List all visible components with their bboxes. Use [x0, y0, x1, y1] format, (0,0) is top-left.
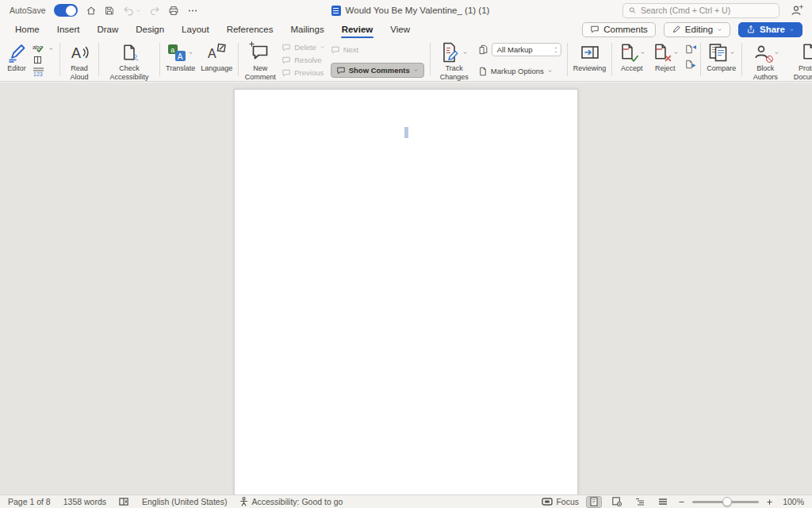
zoom-level[interactable]: 100%	[780, 497, 804, 506]
block-authors-chevron-icon	[774, 50, 779, 56]
delete-comment-label: Delete	[294, 43, 316, 52]
undo-chevron-icon	[136, 8, 141, 13]
delete-chevron-icon	[320, 44, 325, 50]
next-change-button[interactable]	[684, 60, 695, 70]
document-canvas[interactable]	[0, 83, 812, 495]
group-divider	[611, 43, 612, 76]
status-bar: Page 1 of 8 1358 words English (United S…	[0, 495, 812, 508]
compare-label: Compare	[707, 64, 736, 73]
tab-review[interactable]: Review	[333, 22, 382, 37]
document-page[interactable]	[234, 89, 578, 495]
page-indicator[interactable]: Page 1 of 8	[8, 497, 51, 506]
tab-references[interactable]: References	[218, 22, 282, 37]
zoom-slider[interactable]	[692, 501, 759, 503]
resolve-comment-icon	[282, 56, 291, 65]
language-indicator[interactable]: English (United States)	[142, 497, 227, 506]
delete-comment-button[interactable]: Delete	[282, 42, 324, 52]
tab-view[interactable]: View	[381, 22, 419, 37]
search-box[interactable]	[622, 3, 779, 18]
markup-dropdown-value: All Markup	[497, 45, 533, 54]
word-count-indicator[interactable]: 1358 words	[63, 497, 106, 506]
view-print-layout-button[interactable]	[586, 496, 602, 508]
focus-label: Focus	[556, 497, 579, 506]
protect-group: Block Authors Protect Document Always Op…	[748, 41, 812, 78]
document-title[interactable]: Would You Be My Valentine_ (1) (1)	[346, 6, 490, 15]
editing-pencil-icon	[672, 25, 681, 34]
markup-dropdown[interactable]: All Markup	[492, 43, 561, 56]
search-input[interactable]	[641, 6, 774, 15]
read-aloud-button[interactable]: A Read Aloud	[66, 41, 93, 81]
resolve-comment-button[interactable]: Resolve	[282, 55, 324, 65]
print-icon[interactable]	[168, 5, 179, 17]
changes-group: Accept Reject	[618, 41, 695, 78]
zoom-in-icon[interactable]	[766, 498, 773, 506]
proofing-status-icon[interactable]	[119, 497, 129, 506]
track-changes-button[interactable]: Track Changes	[436, 41, 473, 81]
title-bar: AutoSave Would You Be My Valentine_ (1) …	[0, 0, 812, 21]
share-button[interactable]: Share	[738, 22, 802, 37]
focus-toggle[interactable]: Focus	[542, 497, 579, 506]
editor-button[interactable]: Editor	[6, 41, 27, 73]
next-comment-button[interactable]: Next	[331, 44, 424, 55]
new-comment-label: New Comment	[244, 64, 276, 81]
new-comment-button[interactable]: New Comment	[244, 41, 276, 81]
group-divider	[430, 43, 431, 76]
autosave-toggle-knob	[66, 6, 76, 16]
markup-options-icon	[478, 67, 488, 76]
zoom-slider-thumb[interactable]	[722, 497, 732, 506]
tab-home[interactable]: Home	[6, 22, 48, 37]
tab-design[interactable]: Design	[127, 22, 173, 37]
check-accessibility-button[interactable]: Check Accessibility	[105, 41, 154, 81]
svg-text:123: 123	[33, 71, 43, 77]
markup-options-button[interactable]: Markup Options	[478, 66, 561, 76]
view-web-layout-button[interactable]	[609, 496, 625, 508]
editing-button-label: Editing	[685, 25, 713, 34]
undo-button[interactable]	[123, 5, 141, 17]
share-icon	[746, 25, 756, 34]
editing-button[interactable]: Editing	[664, 22, 730, 37]
editing-chevron-icon	[717, 27, 722, 33]
previous-comment-label: Previous	[294, 68, 324, 77]
tab-mailings[interactable]: Mailings	[282, 22, 332, 37]
print-layout-icon	[590, 497, 598, 506]
delete-comment-icon	[282, 43, 291, 52]
accessibility-status[interactable]: Accessibility: Good to go	[239, 497, 343, 506]
show-comments-button[interactable]: Show Comments	[331, 63, 424, 78]
comments-button[interactable]: Comments	[582, 22, 656, 37]
thesaurus-icon[interactable]	[33, 55, 43, 65]
language-button[interactable]: A Language	[201, 41, 232, 73]
block-authors-icon	[752, 42, 772, 63]
autosave-toggle[interactable]	[54, 4, 78, 17]
tab-draw[interactable]: Draw	[88, 22, 127, 37]
reject-chevron-icon	[673, 50, 679, 56]
change-nav-column	[684, 41, 695, 70]
new-comment-icon	[250, 42, 270, 63]
previous-change-button[interactable]	[684, 44, 695, 55]
group-divider	[567, 43, 568, 76]
compare-chevron-icon	[730, 50, 735, 56]
read-aloud-icon: A	[69, 42, 90, 63]
compare-button[interactable]: Compare	[707, 41, 736, 73]
zoom-out-icon[interactable]	[678, 498, 685, 506]
home-icon[interactable]	[86, 5, 97, 17]
reviewing-group: Reviewing	[573, 41, 607, 78]
protect-document-button[interactable]: Protect Document	[788, 41, 812, 81]
tab-layout[interactable]: Layout	[173, 22, 218, 37]
view-outline-button[interactable]	[632, 496, 648, 508]
previous-comment-button[interactable]: Previous	[282, 67, 324, 78]
markup-dropdown-row: All Markup	[478, 44, 561, 55]
reviewing-button[interactable]: Reviewing	[573, 41, 607, 73]
view-draft-button[interactable]	[655, 496, 671, 508]
translate-button[interactable]: a A Translate	[166, 41, 195, 73]
spelling-grammar-button[interactable]: abc	[33, 44, 54, 53]
share-button-label: Share	[760, 25, 785, 34]
more-options-icon[interactable]	[187, 5, 198, 17]
word-count-icon[interactable]: 123	[33, 67, 45, 76]
accept-button[interactable]: Accept	[618, 41, 645, 73]
people-add-icon[interactable]	[790, 4, 802, 17]
block-authors-button[interactable]: Block Authors	[748, 41, 783, 81]
tab-insert[interactable]: Insert	[48, 22, 89, 37]
save-icon[interactable]	[104, 5, 115, 17]
redo-icon[interactable]	[149, 5, 160, 17]
reject-button[interactable]: Reject	[651, 41, 679, 73]
